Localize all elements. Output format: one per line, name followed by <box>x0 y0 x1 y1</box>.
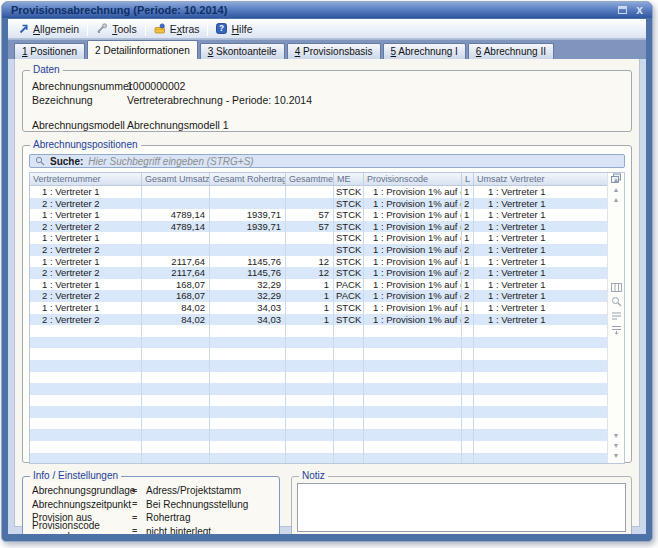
scroll-to-top-icon[interactable]: ▲ <box>609 175 624 184</box>
cell-me: PACK <box>334 279 364 291</box>
scroll-up-icon[interactable]: ▲ <box>609 185 624 194</box>
cell-gesamt_umsatz <box>142 186 210 198</box>
cell-gesamt_umsatz: 168,07 <box>142 290 210 302</box>
table-row[interactable]: 1 : Vertreter 14789,141939,7157STCK1 : P… <box>30 209 607 221</box>
toolbar-button-allgemein[interactable]: Allgemein <box>12 22 85 36</box>
column-header-gesamtmenge[interactable]: Gesamtmenge <box>286 173 334 185</box>
table-row-empty[interactable] <box>30 441 607 453</box>
cell-gesamtmenge: 1 <box>286 290 334 302</box>
column-header-me[interactable]: ME <box>334 173 364 185</box>
cell-me <box>334 372 364 384</box>
table-row-empty[interactable] <box>30 383 607 395</box>
cell-gesamt_rohertrag <box>210 325 286 337</box>
toolbar-button-hilfe[interactable]: ? Hilfe <box>210 22 258 36</box>
arrow-ne-icon <box>18 23 29 34</box>
column-header-gesamt_rohertrag[interactable]: Gesamt Rohertrag EUR <box>210 173 286 185</box>
cell-gesamtmenge <box>286 395 334 407</box>
tab-abrechnung-2[interactable]: 6 Abrechnung II <box>468 43 554 59</box>
scroll-down-icon[interactable]: ▼ <box>609 441 624 450</box>
cell-vertreternummer <box>30 372 142 384</box>
column-header-umsatz_vertreter[interactable]: Umsatz Vertreter <box>474 173 614 185</box>
table-row[interactable]: 2 : Vertreter 2STCK1 : Provision 1% auf … <box>30 244 607 256</box>
grid-search-icon[interactable] <box>611 296 622 307</box>
cell-umsatz_vertreter <box>474 325 614 337</box>
cell-l: 1 <box>462 256 474 268</box>
cell-provisionscode <box>364 337 462 349</box>
search-bar[interactable]: Suche: <box>29 154 625 168</box>
column-header-vertreternummer[interactable]: Vertreternummer <box>30 173 142 185</box>
table-row[interactable]: 1 : Vertreter 12117,641145,7612STCK1 : P… <box>30 256 607 268</box>
cell-umsatz_vertreter: 1 : Vertreter 1 <box>474 290 614 302</box>
search-input[interactable] <box>88 155 619 167</box>
scroll-to-bottom-icon[interactable]: ▼ <box>609 451 624 460</box>
page-down-icon[interactable]: ▼ <box>609 431 624 440</box>
table-row-empty[interactable] <box>30 348 607 360</box>
cell-vertreternummer <box>30 383 142 395</box>
tab-strip: 1 Positionen 2 Detailinformationen 3 Sko… <box>8 39 646 59</box>
cell-provisionscode: 1 : Provision 1% auf den v <box>364 221 462 233</box>
restore-button[interactable] <box>616 4 629 16</box>
tab-skontoanteile[interactable]: 3 Skontoanteile <box>200 43 285 59</box>
tab-positionen[interactable]: 1 Positionen <box>14 43 85 59</box>
cell-vertreternummer: 2 : Vertreter 2 <box>30 290 142 302</box>
column-header-l[interactable]: L <box>462 173 474 185</box>
table-row[interactable]: 2 : Vertreter 284,0234,031STCK1 : Provis… <box>30 314 607 326</box>
table-row-empty[interactable] <box>30 325 607 337</box>
cell-vertreternummer <box>30 429 142 441</box>
cell-umsatz_vertreter <box>474 337 614 349</box>
toolbar: Allgemein Tools Extras ? Hi <box>8 19 646 39</box>
cell-me <box>334 429 364 441</box>
export-list-icon[interactable] <box>611 311 622 321</box>
table-row[interactable]: 2 : Vertreter 2STCK1 : Provision 1% auf … <box>30 198 607 210</box>
group-daten: Daten Abrechnungsnummer 1000000002 Bezei… <box>22 70 632 132</box>
cell-me <box>334 337 364 349</box>
table-row-empty[interactable] <box>30 429 607 441</box>
close-button[interactable]: x <box>633 4 646 16</box>
cell-l <box>462 337 474 349</box>
table-row[interactable]: 1 : Vertreter 184,0234,031STCK1 : Provis… <box>30 302 607 314</box>
column-chooser-icon[interactable] <box>611 283 622 292</box>
table-row[interactable]: 2 : Vertreter 24789,141939,7157STCK1 : P… <box>30 221 607 233</box>
grid-rows: 1 : Vertreter 1STCK1 : Provision 1% auf … <box>30 186 607 463</box>
table-row-empty[interactable] <box>30 406 607 418</box>
cell-umsatz_vertreter <box>474 406 614 418</box>
table-row-empty[interactable] <box>30 418 607 430</box>
cell-umsatz_vertreter <box>474 429 614 441</box>
tab-page-detailinformationen: Daten Abrechnungsnummer 1000000002 Bezei… <box>14 59 640 527</box>
table-row-empty[interactable] <box>30 453 607 464</box>
cell-gesamtmenge <box>286 372 334 384</box>
page-up-icon[interactable]: ▲ <box>609 195 624 204</box>
column-header-gesamt_umsatz[interactable]: Gesamt Umsatz EUR <box>142 173 210 185</box>
cell-gesamt_rohertrag <box>210 406 286 418</box>
field-label: Abrechnungsnummer <box>32 80 127 92</box>
cell-provisionscode <box>364 372 462 384</box>
cell-gesamt_umsatz <box>142 244 210 256</box>
table-row-empty[interactable] <box>30 337 607 349</box>
cell-gesamt_umsatz <box>142 360 210 372</box>
tab-detailinformationen[interactable]: 2 Detailinformationen <box>87 40 198 59</box>
cell-provisionscode: 1 : Provision 1% auf den v <box>364 279 462 291</box>
toolbar-button-tools[interactable]: Tools <box>90 22 143 36</box>
table-row[interactable]: 1 : Vertreter 1STCK1 : Provision 1% auf … <box>30 186 607 198</box>
cell-provisionscode <box>364 360 462 372</box>
table-row[interactable]: 2 : Vertreter 22117,641145,7612STCK1 : P… <box>30 267 607 279</box>
cell-me: STCK <box>334 221 364 233</box>
column-header-provisionscode[interactable]: Provisionscode <box>364 173 462 185</box>
tab-abrechnung-1[interactable]: 5 Abrechnung I <box>383 43 466 59</box>
cell-vertreternummer: 2 : Vertreter 2 <box>30 198 142 210</box>
import-list-icon[interactable] <box>611 325 622 335</box>
table-row[interactable]: 2 : Vertreter 2168,0732,291PACK1 : Provi… <box>30 290 607 302</box>
cell-provisionscode: 1 : Provision 1% auf den v <box>364 198 462 210</box>
field-abrechnungsmodell: Abrechnungsmodell Abrechnungsmodell 1 <box>32 118 631 132</box>
toolbar-button-extras[interactable]: Extras <box>148 22 206 36</box>
bottom-row: Info / Einstellungen Abrechnungsgrundlag… <box>22 476 632 534</box>
table-row-empty[interactable] <box>30 360 607 372</box>
notiz-textarea[interactable] <box>297 483 626 532</box>
table-row[interactable]: 1 : Vertreter 1168,0732,291PACK1 : Provi… <box>30 279 607 291</box>
cell-gesamt_rohertrag <box>210 186 286 198</box>
table-row-empty[interactable] <box>30 372 607 384</box>
cell-l <box>462 429 474 441</box>
table-row-empty[interactable] <box>30 395 607 407</box>
tab-provisionsbasis[interactable]: 4 Provisionsbasis <box>287 43 381 59</box>
table-row[interactable]: 1 : Vertreter 1STCK1 : Provision 1% auf … <box>30 232 607 244</box>
